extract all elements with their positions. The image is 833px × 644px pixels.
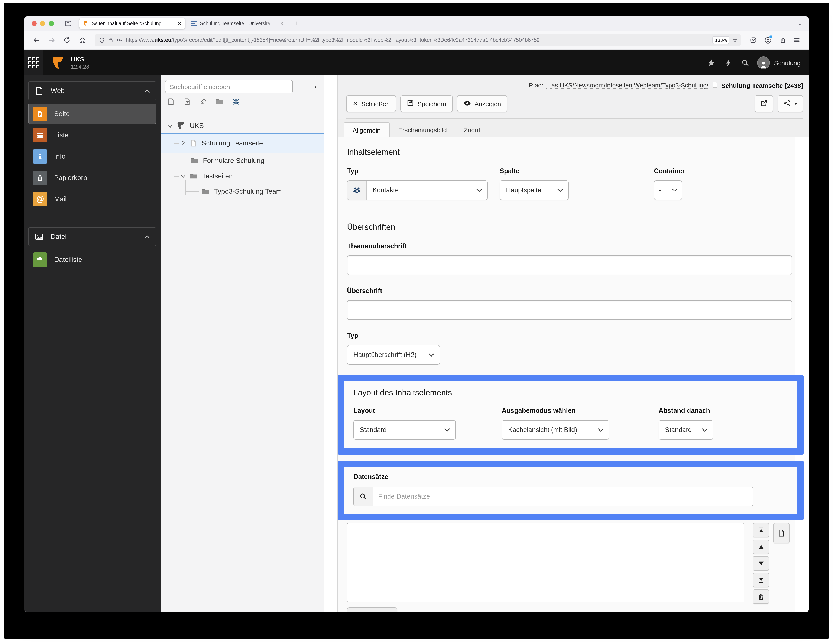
- path-link[interactable]: ...as UKS/Newsroom/Infoseiten Webteam/Ty…: [546, 82, 708, 89]
- module-item-info[interactable]: Info: [28, 146, 156, 167]
- themenueberschrift-input[interactable]: [347, 256, 792, 275]
- module-item-seite[interactable]: Seite: [28, 104, 156, 124]
- typo3-favicon: [83, 21, 88, 26]
- colpos-select[interactable]: Hauptspalte: [500, 180, 569, 200]
- module-item-liste[interactable]: Liste: [28, 125, 156, 145]
- move-to-top-button[interactable]: [753, 523, 769, 538]
- ctype-select[interactable]: Kontakte: [367, 181, 487, 200]
- path-label: Pfad:: [529, 82, 544, 89]
- collapse-all-icon[interactable]: [232, 98, 240, 108]
- tree-node[interactable]: Formulare Schulung: [161, 153, 325, 169]
- tab-erscheinungsbild[interactable]: Erscheinungsbild: [390, 122, 455, 137]
- bookmarks-star-icon[interactable]: [703, 50, 720, 76]
- link-icon[interactable]: [199, 98, 207, 108]
- search-icon[interactable]: [737, 50, 754, 76]
- record-search-input[interactable]: [373, 487, 753, 506]
- menu-hamburger-icon[interactable]: [790, 34, 803, 47]
- selected-records-listbox[interactable]: [347, 523, 745, 602]
- close-tab-icon[interactable]: ✕: [178, 21, 182, 26]
- module-grid-button[interactable]: [24, 50, 43, 76]
- chevron-down-icon[interactable]: [180, 173, 186, 179]
- tree-search-input[interactable]: [165, 80, 293, 93]
- tree-node-selected[interactable]: Schulung Teamseite: [161, 134, 325, 153]
- move-down-button[interactable]: [753, 556, 769, 571]
- abstand-select[interactable]: Standard: [659, 420, 713, 440]
- module-item-papierkorb[interactable]: Papierkorb: [28, 167, 156, 188]
- collapse-panel-icon[interactable]: ‹: [314, 82, 321, 91]
- tab-overview-icon[interactable]: [65, 20, 72, 27]
- key-icon[interactable]: [116, 37, 123, 43]
- pocket-icon[interactable]: [747, 34, 760, 47]
- tree-node-root[interactable]: UKS: [161, 118, 325, 134]
- bookmark-star-icon[interactable]: ☆: [732, 37, 738, 43]
- container-select[interactable]: -: [654, 180, 682, 200]
- save-button[interactable]: Speichern: [400, 95, 453, 112]
- zoom-window-button[interactable]: [48, 21, 54, 26]
- browser-tab-title: Schulung Teamseite - Universitä: [200, 21, 277, 26]
- module-group-datei[interactable]: Datei: [28, 227, 156, 246]
- move-to-bottom-button[interactable]: [753, 573, 769, 587]
- shield-icon[interactable]: [99, 37, 105, 43]
- new-page-icon[interactable]: [167, 98, 175, 108]
- chevron-down-icon[interactable]: [167, 123, 174, 129]
- tree-node-child[interactable]: Typo3-Schulung Team: [161, 184, 325, 199]
- external-link-icon: [760, 99, 768, 108]
- tree-more-icon[interactable]: ⋮: [312, 98, 318, 106]
- extension-icon[interactable]: [776, 34, 789, 47]
- layout-select-value: Standard: [360, 426, 440, 434]
- reload-icon[interactable]: [61, 34, 73, 47]
- share-button[interactable]: ▾: [778, 95, 803, 112]
- open-in-new-window-button[interactable]: [754, 95, 774, 112]
- minimize-window-button[interactable]: [40, 21, 45, 26]
- close-button[interactable]: ✕ Schließen: [346, 95, 396, 112]
- move-up-button[interactable]: [753, 539, 769, 554]
- close-window-button[interactable]: [32, 21, 37, 26]
- layout-select[interactable]: Standard: [354, 420, 456, 440]
- new-page-drag-icon[interactable]: [183, 98, 191, 108]
- tree-toolbar: ⋮: [161, 96, 325, 112]
- ctype-select-value: Kontakte: [373, 187, 472, 194]
- field-label-spalte: Spalte: [500, 167, 654, 175]
- ausgabemodus-select[interactable]: Kachelansicht (mit Bild): [502, 420, 609, 440]
- folder-icon[interactable]: [215, 98, 224, 107]
- ueberschrift-input[interactable]: [347, 300, 792, 320]
- tab-zugriff[interactable]: Zugriff: [455, 122, 490, 137]
- site-logo-block[interactable]: UKS 12.4.28: [43, 50, 89, 76]
- list-all-tabs-icon[interactable]: ⌄: [798, 21, 802, 26]
- page-doc-icon: [190, 140, 197, 147]
- url-bar[interactable]: https://www.uks.eu/typo3/record/edit?edi…: [95, 34, 741, 47]
- back-icon[interactable]: [30, 34, 43, 47]
- field-label-themenueberschrift: Themenüberschrift: [347, 242, 796, 250]
- home-icon[interactable]: [76, 34, 88, 47]
- browse-records-button[interactable]: [774, 523, 790, 543]
- tree-node-expanded[interactable]: Testseiten: [161, 169, 325, 184]
- zoom-level-badge[interactable]: 133%: [712, 36, 730, 44]
- tab-allgemein[interactable]: Allgemein: [344, 122, 390, 137]
- delete-button[interactable]: [753, 589, 769, 604]
- colpos-select-value: Hauptspalte: [506, 187, 553, 194]
- typo3-main: Web Seite Liste: [24, 76, 809, 612]
- lock-icon[interactable]: [108, 37, 113, 43]
- new-adresse-button[interactable]: Adresse: [347, 607, 397, 612]
- field-label-typ: Typ: [347, 167, 500, 175]
- module-item-dateiliste[interactable]: Dateiliste: [28, 250, 156, 270]
- module-group-web[interactable]: Web: [28, 82, 156, 100]
- module-item-mail[interactable]: @ Mail: [28, 189, 156, 209]
- browser-tab-inactive[interactable]: Schulung Teamseite - Universitä ✕: [188, 18, 287, 29]
- close-tab-icon[interactable]: ✕: [280, 21, 284, 26]
- record-form: Inhaltselement Typ Kontakte: [338, 137, 809, 612]
- close-icon: ✕: [352, 100, 358, 108]
- header-type-select[interactable]: Hauptüberschrift (H2): [347, 345, 440, 365]
- browser-toolbar-right: [747, 34, 803, 47]
- new-tab-button[interactable]: +: [294, 19, 298, 28]
- account-icon[interactable]: [761, 34, 774, 47]
- browser-tab-active[interactable]: Seiteninhalt auf Seite "Schulung ✕: [79, 18, 185, 29]
- chevron-down-icon: [428, 353, 434, 357]
- username: Schulung: [774, 59, 801, 66]
- view-button[interactable]: Anzeigen: [457, 95, 508, 112]
- tree-scroll-gutter[interactable]: [325, 76, 337, 612]
- forward-icon[interactable]: [45, 34, 58, 47]
- clear-cache-bolt-icon[interactable]: [720, 50, 737, 76]
- chevron-right-icon[interactable]: [180, 140, 186, 146]
- user-menu[interactable]: Schulung: [754, 50, 809, 76]
